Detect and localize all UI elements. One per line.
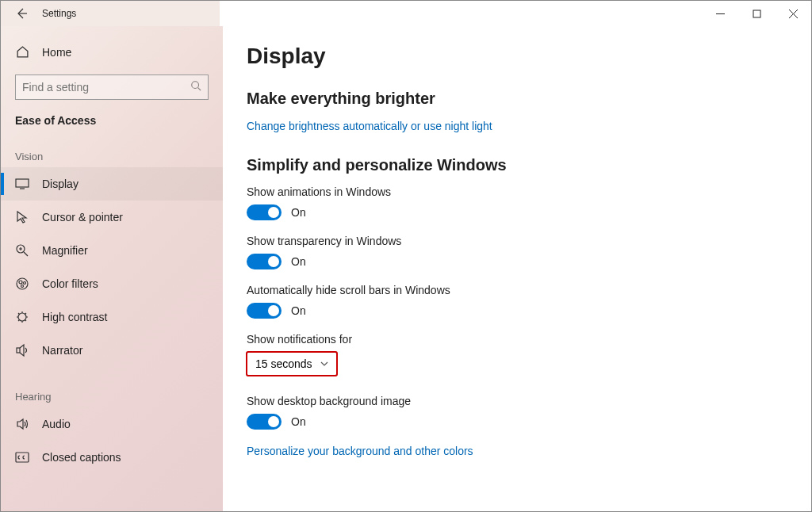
maximize-button[interactable] [738, 1, 775, 26]
sidebar-item-label: Color filters [42, 277, 98, 290]
close-button[interactable] [775, 1, 811, 26]
content: Display Make everything brighter Change … [223, 26, 811, 511]
sidebar-item-label: High contrast [42, 311, 107, 323]
search-icon [190, 80, 201, 94]
transparency-state: On [291, 255, 306, 268]
window-controls [702, 1, 811, 26]
section-simplify: Simplify and personalize Windows [247, 156, 811, 174]
svg-rect-9 [17, 348, 20, 353]
sidebar-item-narrator[interactable]: Narrator [1, 334, 223, 367]
svg-point-6 [24, 282, 26, 285]
sidebar-item-label: Audio [42, 418, 71, 430]
back-button[interactable] [15, 7, 28, 20]
home-label: Home [42, 46, 71, 59]
page-title: Display [247, 44, 811, 69]
titlebar-left: Settings [1, 7, 76, 20]
sidebar-item-label: Closed captions [42, 451, 121, 464]
group-hearing: Hearing [1, 367, 223, 407]
sidebar-item-highcontrast[interactable]: High contrast [1, 300, 223, 334]
personalize-link[interactable]: Personalize your background and other co… [247, 445, 473, 457]
sidebar: Home Ease of Access Vision Display Curso… [1, 26, 223, 511]
narrator-icon [15, 343, 29, 357]
window-title: Settings [42, 8, 76, 19]
scrollbars-state: On [291, 304, 306, 317]
scrollbars-toggle[interactable] [247, 303, 282, 319]
audio-icon [15, 417, 29, 431]
animations-label: Show animations in Windows [247, 185, 811, 198]
sidebar-item-magnifier[interactable]: Magnifier [1, 234, 223, 267]
cursor-icon [15, 210, 29, 224]
notifications-value: 15 seconds [255, 357, 312, 370]
notifications-label: Show notifications for [247, 333, 811, 346]
colorfilters-icon [15, 277, 29, 291]
home-icon [15, 45, 29, 59]
minimize-button[interactable] [702, 1, 738, 26]
sidebar-item-label: Display [42, 178, 79, 190]
svg-point-5 [19, 281, 22, 284]
svg-rect-10 [16, 453, 29, 462]
display-icon [15, 178, 29, 189]
section-brighter: Make everything brighter [247, 90, 811, 108]
svg-point-1 [192, 82, 199, 89]
highcontrast-icon [15, 310, 29, 324]
background-state: On [291, 415, 306, 428]
svg-rect-2 [16, 179, 29, 187]
animations-state: On [291, 206, 306, 219]
home-button[interactable]: Home [1, 37, 223, 67]
sidebar-item-colorfilters[interactable]: Color filters [1, 267, 223, 300]
svg-point-7 [21, 285, 24, 288]
transparency-toggle[interactable] [247, 254, 282, 269]
transparency-label: Show transparency in Windows [247, 235, 811, 247]
animations-toggle[interactable] [247, 204, 282, 220]
sidebar-item-label: Cursor & pointer [42, 211, 123, 224]
sidebar-item-cursor[interactable]: Cursor & pointer [1, 201, 223, 234]
group-vision: Vision [1, 127, 223, 167]
sidebar-item-closedcaptions[interactable]: Closed captions [1, 441, 223, 474]
chevron-down-icon [320, 357, 328, 370]
sidebar-item-label: Magnifier [42, 244, 88, 257]
brightness-link[interactable]: Change brightness automatically or use n… [247, 120, 492, 132]
search-box[interactable] [15, 75, 209, 100]
titlebar: Settings [1, 1, 811, 26]
notifications-dropdown[interactable]: 15 seconds [247, 352, 337, 376]
search-input[interactable] [22, 81, 190, 94]
magnifier-icon [15, 243, 29, 258]
background-toggle[interactable] [247, 414, 282, 430]
sidebar-section: Ease of Access [1, 100, 223, 127]
sidebar-item-label: Narrator [42, 344, 82, 357]
sidebar-item-audio[interactable]: Audio [1, 407, 223, 441]
scrollbars-label: Automatically hide scroll bars in Window… [247, 284, 811, 296]
background-label: Show desktop background image [247, 395, 811, 407]
sidebar-item-display[interactable]: Display [1, 167, 223, 201]
closedcaptions-icon [15, 452, 29, 463]
svg-rect-0 [753, 10, 760, 17]
